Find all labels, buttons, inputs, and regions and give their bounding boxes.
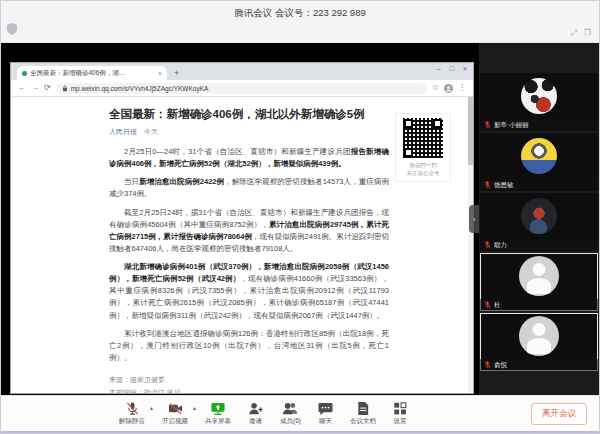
article-paragraph: 2月25日0—24时，31个省（自治区、直辖市）和新疆生产建设兵团报告新增确诊病… <box>109 146 389 170</box>
article-byline: 人民日报 今天 <box>109 127 389 137</box>
members-icon <box>282 401 298 416</box>
participant-name-bar: 影帝·小丽丽 <box>480 119 598 131</box>
leave-meeting-button[interactable]: 离开会议 <box>531 403 587 425</box>
page-scrollbar[interactable] <box>468 97 473 393</box>
lock-icon <box>62 85 68 92</box>
restore-layout-icon[interactable]: ❐ <box>584 28 591 38</box>
browser-window-controls: – □ × <box>437 65 467 72</box>
participant-tile[interactable]: 俞悦 <box>480 313 598 371</box>
browser-tabbar: 全国最新：新增确诊406例，湖… × + – □ × <box>11 63 473 80</box>
profile-avatar[interactable] <box>444 84 453 93</box>
participant-video <box>480 253 598 299</box>
mic-muted-icon <box>484 181 491 189</box>
participant-name-bar: 饶思敏 <box>480 179 598 191</box>
toolbar-label: 共享屏幕 <box>205 417 231 426</box>
mic-muted-icon <box>125 401 140 416</box>
article-paragraph: 当日新增治愈出院病例2422例，解除医学观察的密切接触者14573人，重症病例减… <box>109 176 389 200</box>
participant-video <box>480 73 598 119</box>
article-source-link[interactable]: 人民日报 <box>109 128 137 135</box>
camera-off-icon <box>168 401 183 416</box>
participant-name-bar: 聪力 <box>480 239 598 251</box>
toolbar-label: 成员(6) <box>280 417 301 426</box>
article-title: 全国最新：新增确诊406例，湖北以外新增确诊5例 <box>109 107 389 122</box>
mic-muted-icon <box>484 361 491 369</box>
participant-name: 杜 <box>494 301 501 310</box>
chat-bubble-icon <box>318 401 333 416</box>
participant-tile[interactable]: 杜 <box>480 253 598 311</box>
audio-options-caret-icon[interactable]: ▲ <box>149 405 154 411</box>
collapse-panel-handle[interactable]: › <box>469 205 479 233</box>
participant-name: 俞悦 <box>494 361 507 370</box>
mic-muted-icon <box>484 241 491 249</box>
mic-muted-icon <box>484 121 491 129</box>
security-shield-icon <box>7 21 17 39</box>
participant-avatar <box>521 198 557 234</box>
maximize-icon[interactable]: □ <box>450 65 454 72</box>
article-paragraph: 累计收到港澳台地区通报确诊病例126例：香港特别行政区85例（出院18例，死亡2… <box>109 328 389 364</box>
browser-menu-icon[interactable]: ⋮ <box>458 84 466 92</box>
article-paragraphs: 2月25日0—24时，31个省（自治区、直辖市）和新疆生产建设兵团报告新增确诊病… <box>109 146 389 364</box>
participant-avatar <box>519 316 559 356</box>
participant-video <box>480 313 598 359</box>
screen-share-icon <box>210 401 226 416</box>
members-button[interactable]: 成员(6) <box>280 401 301 426</box>
article-footer-source: 来源：国家卫健委 <box>109 373 389 386</box>
qr-panel: 微信扫一扫 关注该公众号 <box>395 113 451 182</box>
unmute-button[interactable]: 解除静音 ▲ <box>119 401 145 426</box>
participant-tile[interactable]: 聪力 <box>480 193 598 251</box>
participant-name-bar: 俞悦 <box>480 359 598 371</box>
meeting-stage: 全国最新：新增确诊406例，湖… × + – □ × ← → ⟳ mp.weix… <box>1 43 599 395</box>
toolbar-label: 设置 <box>393 417 406 426</box>
shared-screen-browser: 全国最新：新增确诊406例，湖… × + – □ × ← → ⟳ mp.weix… <box>11 63 473 393</box>
mic-muted-icon <box>484 301 491 309</box>
settings-button[interactable]: 设置 <box>393 401 407 426</box>
toolbar-label: 会议文档 <box>350 417 376 426</box>
article-page: 全国最新：新增确诊406例，湖北以外新增确诊5例 人民日报 今天 2月25日0—… <box>11 97 473 393</box>
participant-name-bar: 杜 <box>480 299 598 311</box>
tab-favicon <box>22 71 27 76</box>
article-footer-editor: 本期编辑：胡洪江 蒋川 <box>109 386 389 393</box>
meeting-title: 腾讯会议 会议号：223 292 989 <box>1 7 599 20</box>
video-options-caret-icon[interactable]: ▲ <box>192 405 197 411</box>
participant-tile[interactable]: 影帝·小丽丽 <box>480 73 598 131</box>
url-text: mp.weixin.qq.com/s/VYvh4Jj5ZAgc/YKWKoyKA <box>71 85 209 92</box>
toolbar-label: 解除静音 <box>119 417 145 426</box>
participant-avatar <box>521 78 557 114</box>
participant-name: 饶思敏 <box>494 181 514 190</box>
close-icon[interactable]: × <box>463 65 467 72</box>
meeting-toolbar: 解除静音 ▲ 开启视频 ▲ 共享屏幕 邀请 成员(6) 聊天 会议文档 <box>1 395 599 433</box>
reload-icon[interactable]: ⟳ <box>44 84 51 92</box>
meeting-window: 腾讯会议 会议号：223 292 989 ⤢ ❐ 全国最新：新增确诊406例，湖… <box>0 0 600 434</box>
header-window-icons: ⤢ ❐ <box>570 28 591 38</box>
forward-icon[interactable]: → <box>31 84 39 92</box>
minimize-icon[interactable]: – <box>437 65 441 72</box>
expand-icon[interactable]: ⤢ <box>570 28 576 38</box>
qr-code <box>403 118 443 158</box>
share-screen-button[interactable]: 共享屏幕 <box>205 401 231 426</box>
invite-button[interactable]: 邀请 <box>248 401 263 426</box>
meeting-docs-button[interactable]: 会议文档 <box>350 401 376 426</box>
window-titlebar: 腾讯会议 会议号：223 292 989 ⤢ ❐ <box>1 1 599 43</box>
participant-tile[interactable]: 饶思敏 <box>480 133 598 191</box>
article-paragraph: 湖北新增确诊病例401例（武汉370例），新增治愈出院病例2058例（武汉145… <box>109 261 389 322</box>
scrollbar-thumb[interactable] <box>468 97 473 165</box>
qr-caption-1: 微信扫一扫 <box>398 161 448 169</box>
participant-name: 影帝·小丽丽 <box>494 121 529 130</box>
tab-close-icon[interactable]: × <box>158 70 162 77</box>
address-bar[interactable]: mp.weixin.qq.com/s/VYvh4Jj5ZAgc/YKWKoyKA <box>56 83 427 94</box>
bookmark-star-icon[interactable]: ☆ <box>432 84 439 92</box>
toolbar-label: 聊天 <box>319 417 332 426</box>
toolbar-label: 开启视频 <box>162 417 188 426</box>
invite-person-icon <box>248 401 263 416</box>
article-footer: 来源：国家卫健委 本期编辑：胡洪江 蒋川 <box>109 373 389 393</box>
toolbar-label: 邀请 <box>249 417 262 426</box>
participant-avatar <box>521 138 557 174</box>
tab-title: 全国最新：新增确诊406例，湖… <box>30 69 155 78</box>
start-video-button[interactable]: 开启视频 ▲ <box>162 401 188 426</box>
new-tab-button[interactable]: + <box>174 68 179 78</box>
article-paragraph: 截至2月25日24时，据31个省（自治区、直辖市）和新疆生产建设兵团报告，现有确… <box>109 207 389 256</box>
participant-avatar <box>519 256 559 296</box>
back-icon[interactable]: ← <box>18 84 26 92</box>
browser-tab[interactable]: 全国最新：新增确诊406例，湖… × <box>17 66 167 80</box>
chat-button[interactable]: 聊天 <box>318 401 333 426</box>
